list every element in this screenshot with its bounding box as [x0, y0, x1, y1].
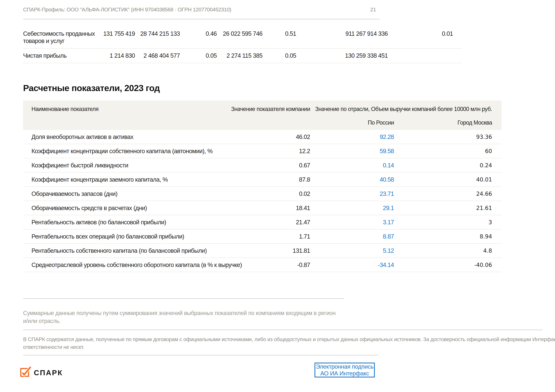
cell-value: 2 274 115 385	[217, 49, 263, 63]
table-row: Чистая прибыль 1 214 830 2 468 404 577 0…	[23, 49, 462, 63]
moscow-value: 8.94	[394, 229, 492, 243]
table-row: Доля внеоборотных активов в активах 46.0…	[23, 130, 502, 144]
indicator-name: Доля внеоборотных активов в активах	[23, 130, 253, 144]
company-value: 87.8	[253, 173, 310, 186]
cell-value: 0.05	[180, 49, 217, 63]
logo-text: СПАРК	[34, 368, 63, 377]
russia-value: 3.17	[310, 215, 394, 229]
spark-logo: СПАРК	[20, 366, 87, 377]
table-row: Оборачиваемость запасов (дни) 0.02 23.71…	[23, 187, 502, 201]
table-row: Коэффициент концентрации заемного капита…	[23, 173, 502, 187]
company-value: 46.02	[253, 130, 310, 144]
russia-value: 5.12	[310, 244, 394, 258]
financials-table-continuation: Себестоимость проданных товаров и услуг …	[23, 27, 462, 63]
russia-value: 40.58	[310, 173, 394, 186]
table-row: Рентабельность собственного капитала (по…	[23, 244, 502, 258]
moscow-value: 3	[394, 215, 492, 229]
indicator-name: Рентабельность активов (по балансовой пр…	[23, 215, 253, 229]
moscow-value: 60	[394, 144, 492, 158]
indicators-table: Наименование показателя Значение показат…	[23, 100, 502, 272]
company-value: 18.41	[253, 201, 310, 215]
disclaimer: В СПАРК содержатся данные, полученные по…	[23, 335, 555, 351]
column-header-company-value: Значение показателя компании	[231, 100, 310, 116]
row-label: Чистая прибыль	[23, 49, 71, 63]
disclaimer-line1: В СПАРК содержатся данные, полученные по…	[23, 335, 555, 343]
russia-value: 8.87	[310, 229, 394, 243]
moscow-value: 24.66	[394, 187, 492, 201]
row-label: Себестоимость проданных товаров и услуг	[23, 30, 71, 48]
table-row: Себестоимость проданных товаров и услуг …	[23, 27, 462, 49]
cell-value: 2 468 404 577	[135, 49, 180, 63]
indicator-name: Коэффициент концентрации собственного ка…	[23, 144, 253, 158]
company-value: 131.81	[253, 244, 310, 258]
footnote-line1: Суммарные данные получены путем суммиров…	[23, 309, 336, 317]
russia-value: 0.14	[310, 158, 394, 172]
russia-value: 23.71	[310, 187, 394, 201]
indicator-name: Оборачиваемость средств в расчетах (дни)	[23, 201, 253, 215]
cell-value: 911 267 914 336	[296, 30, 388, 48]
moscow-value: 40.01	[394, 173, 492, 186]
cell-value: 28 744 215 133	[135, 30, 180, 48]
electronic-signature-stamp: Электронная подпись АО ИА Интерфакс	[314, 363, 375, 378]
table-row: Рентабельность всех операций (по балансо…	[23, 229, 502, 244]
footnote-line2: и/или отрасль.	[23, 317, 336, 325]
stamp-line1: Электронная подпись	[316, 363, 373, 370]
footnote-divider	[23, 298, 344, 299]
cell-value: 0.01	[388, 30, 453, 48]
indicator-name: Рентабельность всех операций (по балансо…	[23, 229, 253, 243]
russia-value: 59.58	[310, 144, 394, 158]
russia-value: 29.1	[310, 201, 394, 215]
cell-value: 130 259 338 451	[296, 49, 388, 63]
moscow-value: 93.36	[394, 130, 492, 144]
cell-value	[388, 49, 453, 63]
stamp-line2: АО ИА Интерфакс	[320, 370, 369, 377]
table-header: Наименование показателя Значение показат…	[23, 100, 502, 130]
indicator-name: Оборачиваемость запасов (дни)	[23, 187, 253, 201]
header-divider	[23, 19, 380, 19]
disclaimer-line2: ответственности не несет.	[23, 343, 555, 351]
disclaimer-bottom-divider	[23, 355, 378, 356]
moscow-value: 21.61	[394, 201, 492, 215]
table-row: Рентабельность активов (по балансовой пр…	[23, 215, 502, 229]
spark-report-page: { "page_header": { "title": "СПАРК-Профи…	[0, 0, 555, 392]
company-value: 12.2	[253, 144, 310, 158]
row-label-line2: товаров и услуг	[23, 37, 71, 45]
company-value: 0.02	[253, 187, 310, 201]
company-value: 21.47	[253, 215, 310, 229]
column-header-russia: По России	[368, 116, 394, 130]
table-row: Оборачиваемость средств в расчетах (дни)…	[23, 201, 502, 215]
moscow-value: 0.24	[394, 158, 492, 172]
russia-value: 92.28	[310, 130, 394, 144]
page-number: 21	[23, 7, 376, 13]
footnote: Суммарные данные получены путем суммиров…	[23, 309, 336, 325]
row-label-line1: Себестоимость проданных	[23, 30, 71, 37]
indicator-name: Коэффициент концентрации заемного капита…	[23, 173, 253, 186]
section-title: Расчетные показатели, 2023 год	[23, 83, 160, 93]
table-row: Среднеотраслевой уровень собственного об…	[23, 258, 502, 272]
indicator-name: Среднеотраслевой уровень собственного об…	[23, 258, 253, 272]
cell-value: 131 755 419	[71, 30, 135, 48]
column-header-industry-group: Значение по отрасли, Объем выручки компа…	[315, 100, 492, 116]
cell-value: 0.46	[180, 30, 217, 48]
disclaimer-top-divider	[23, 329, 543, 330]
cell-value: 1 214 830	[71, 49, 135, 63]
moscow-value: -40.06	[394, 258, 492, 272]
indicator-name: Коэффициент быстрой ликвидности	[23, 158, 253, 172]
cell-value: 26 022 595 746	[217, 30, 263, 48]
russia-value: -34.14	[310, 258, 394, 272]
column-header-moscow: Город Москва	[458, 116, 492, 130]
company-value: 0.67	[253, 158, 310, 172]
column-header-name: Наименование показателя	[31, 100, 98, 116]
company-value: 1.71	[253, 229, 310, 243]
indicator-name: Рентабельность собственного капитала (по…	[23, 244, 253, 258]
cell-value: 0.05	[263, 49, 296, 63]
moscow-value: 4.8	[394, 244, 492, 258]
cell-value: 0.51	[263, 30, 296, 48]
company-value: -0.87	[253, 258, 310, 272]
table-row: Коэффициент быстрой ликвидности 0.67 0.1…	[23, 158, 502, 173]
checkbox-checkmark-icon	[20, 366, 32, 377]
table-row: Коэффициент концентрации собственного ка…	[23, 144, 502, 158]
